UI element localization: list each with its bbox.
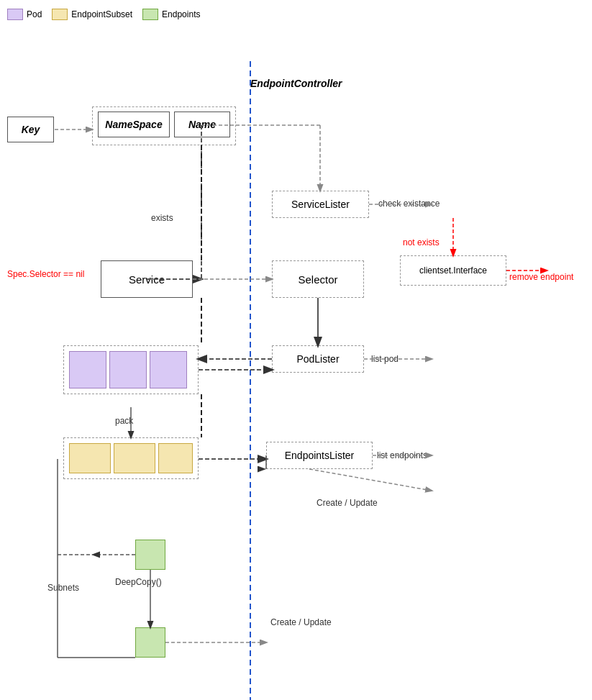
endpoint-subset-box-1 — [69, 443, 111, 473]
check-existance-label: check existance — [378, 199, 440, 209]
selector-box: Selector — [272, 260, 364, 298]
pack-label: pack — [115, 416, 133, 426]
key-box: Key — [7, 117, 54, 142]
legend-endpoints-label: Endpoints — [162, 9, 200, 19]
endpoints-box-small — [135, 540, 165, 570]
endpoint-subset-box-3 — [158, 443, 193, 473]
endpoints-box-large — [135, 627, 165, 658]
pod-box-2 — [109, 351, 147, 388]
diagram-container: Pod EndpointSubset Endpoints EndpointCon… — [0, 0, 592, 700]
create-update-dashed-label: Create / Update — [317, 498, 378, 508]
pod-box-3 — [150, 351, 187, 388]
create-update-label: Create / Update — [270, 617, 332, 627]
pod-lister-box: PodLister — [272, 345, 364, 373]
legend-endpoint-subset-box — [52, 9, 68, 20]
legend: Pod EndpointSubset Endpoints — [7, 9, 200, 20]
legend-endpoints: Endpoints — [142, 9, 200, 20]
service-box: Service — [101, 260, 193, 298]
deep-copy-label: DeepCopy() — [115, 577, 162, 587]
legend-pod: Pod — [7, 9, 42, 20]
namespace-box: NameSpace — [98, 112, 170, 137]
list-endpoints-label: list endpoints — [377, 450, 427, 460]
legend-endpoint-subset-label: EndpointSubset — [71, 9, 132, 19]
list-pod-label: list pod — [371, 354, 399, 364]
legend-pod-box — [7, 9, 23, 20]
legend-endpoint-subset: EndpointSubset — [52, 9, 132, 20]
legend-pod-label: Pod — [27, 9, 42, 19]
subnets-label: Subnets — [47, 583, 79, 593]
svg-line-20 — [309, 469, 432, 491]
not-exists-label: not exists — [403, 237, 440, 247]
spec-selector-nil-label: Spec.Selector == nil — [7, 269, 84, 279]
pod-box-1 — [69, 351, 106, 388]
endpoint-subset-box-2 — [114, 443, 155, 473]
clientset-interface-box: clientset.Interface — [400, 255, 506, 286]
endpoints-lister-box: EndpointsLister — [266, 442, 373, 469]
remove-endpoint-label: remove endpoint — [509, 272, 573, 282]
endpoint-controller-title: EndpointController — [250, 78, 342, 89]
service-lister-box: ServiceLister — [272, 191, 369, 218]
name-box: Name — [174, 112, 230, 137]
legend-endpoints-box — [142, 9, 158, 20]
exists-label: exists — [151, 213, 173, 223]
